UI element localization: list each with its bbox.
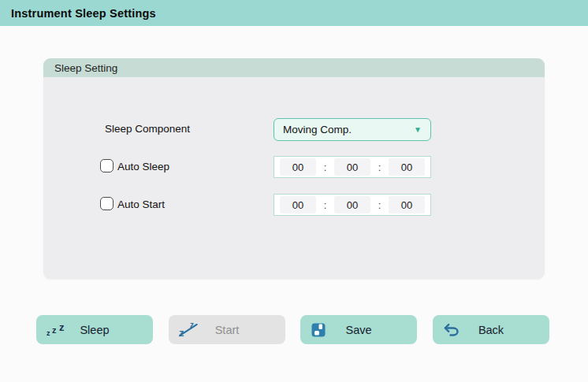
time-separator: : (378, 199, 381, 211)
auto-start-minutes-input[interactable]: 00 (334, 196, 370, 213)
sleep-button-label: Sleep (80, 324, 109, 336)
time-separator: : (324, 199, 327, 211)
page-title: Instrument Sleep Settings (11, 7, 156, 20)
time-separator: : (378, 161, 381, 173)
save-button-label: Save (345, 324, 371, 336)
chevron-down-icon: ▼ (414, 125, 422, 134)
no-sleep-wake-icon: z z (179, 315, 199, 344)
save-button[interactable]: Save (300, 315, 417, 344)
undo-back-icon (443, 315, 460, 344)
back-button[interactable]: Back (433, 315, 549, 344)
floppy-save-icon (311, 315, 326, 344)
sleep-component-value: Moving Comp. (283, 124, 414, 135)
auto-start-checkbox[interactable] (100, 197, 114, 210)
sleep-component-label: Sleep Component (105, 123, 190, 135)
auto-start-hours-input[interactable]: 00 (280, 196, 316, 213)
start-button[interactable]: z z Start (169, 315, 285, 344)
time-separator: : (324, 161, 327, 173)
auto-start-label: Auto Start (117, 198, 165, 210)
auto-start-seconds-input[interactable]: 00 (389, 196, 425, 213)
auto-sleep-checkbox[interactable] (100, 159, 114, 172)
panel-title: Sleep Setting (54, 62, 117, 74)
auto-sleep-minutes-input[interactable]: 00 (334, 158, 370, 176)
back-button-label: Back (478, 324, 504, 336)
auto-start-time-field[interactable]: 00 : 00 : 00 (274, 194, 431, 216)
sleep-component-dropdown[interactable]: Moving Comp. ▼ (274, 118, 431, 141)
sleep-setting-panel-header: Sleep Setting (43, 58, 545, 77)
auto-sleep-hours-input[interactable]: 00 (280, 158, 316, 176)
auto-sleep-time-field[interactable]: 00 : 00 : 00 (274, 156, 431, 178)
start-button-label: Start (215, 324, 240, 336)
zzz-sleep-icon: z z z (47, 315, 67, 344)
auto-sleep-label: Auto Sleep (117, 161, 169, 172)
sleep-button[interactable]: z z z Sleep (36, 315, 153, 344)
auto-sleep-seconds-input[interactable]: 00 (389, 158, 425, 176)
title-bar: Instrument Sleep Settings (0, 0, 588, 26)
